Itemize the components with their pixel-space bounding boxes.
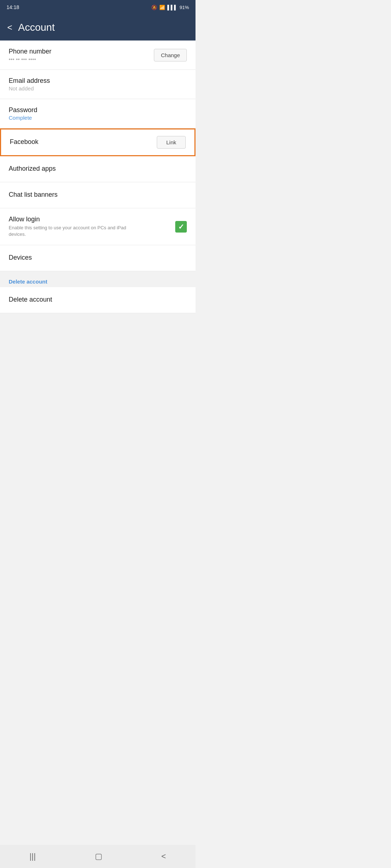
signal-icon: ▌▌▌ <box>167 5 177 10</box>
chat-list-banners-info: Chat list banners <box>9 191 187 199</box>
password-label: Password <box>9 106 187 114</box>
allow-login-description: Enable this setting to use your account … <box>9 225 139 238</box>
devices-row[interactable]: Devices <box>0 245 196 271</box>
email-address-row: Email address Not added <box>0 70 196 99</box>
allow-login-checkbox[interactable] <box>175 221 187 233</box>
facebook-label: Facebook <box>10 138 157 146</box>
mute-icon: 🔕 <box>151 5 157 10</box>
header: < Account <box>0 14 196 41</box>
delete-account-header-label: Delete account <box>9 278 47 285</box>
page-title: Account <box>18 22 55 33</box>
phone-number-row: Phone number ••• •• ••• •••• Change <box>0 41 196 70</box>
password-info: Password Complete <box>9 106 187 121</box>
delete-account-section-header: Delete account <box>0 271 196 287</box>
status-icons: 🔕 📶 ▌▌▌ 91% <box>151 5 189 10</box>
delete-account-row[interactable]: Delete account <box>0 287 196 313</box>
status-bar: 14:18 🔕 📶 ▌▌▌ 91% <box>0 0 196 14</box>
allow-login-row: Allow login Enable this setting to use y… <box>0 208 196 245</box>
email-address-info: Email address Not added <box>9 77 187 92</box>
wifi-icon: 📶 <box>159 5 165 10</box>
password-status: Complete <box>9 115 187 121</box>
authorized-apps-row[interactable]: Authorized apps <box>0 156 196 182</box>
allow-login-info: Allow login Enable this setting to use y… <box>9 216 175 238</box>
chat-list-banners-label: Chat list banners <box>9 191 187 199</box>
phone-number-label: Phone number <box>9 48 154 55</box>
password-row: Password Complete <box>0 99 196 128</box>
allow-login-label: Allow login <box>9 216 175 223</box>
facebook-info: Facebook <box>10 138 157 146</box>
battery-icon: 91% <box>180 5 189 10</box>
status-time: 14:18 <box>7 4 19 10</box>
phone-change-button[interactable]: Change <box>154 49 187 61</box>
email-address-subtext: Not added <box>9 85 187 92</box>
devices-info: Devices <box>9 254 187 262</box>
chat-list-banners-row[interactable]: Chat list banners <box>0 182 196 208</box>
account-settings-list: Phone number ••• •• ••• •••• Change Emai… <box>0 41 196 271</box>
phone-number-value: ••• •• ••• •••• <box>9 56 154 62</box>
delete-account-label: Delete account <box>9 296 52 303</box>
phone-number-info: Phone number ••• •• ••• •••• <box>9 48 154 62</box>
bottom-space <box>0 313 196 458</box>
back-button[interactable]: < <box>7 22 12 33</box>
devices-label: Devices <box>9 254 187 261</box>
facebook-row[interactable]: Facebook Link <box>0 128 196 156</box>
authorized-apps-label: Authorized apps <box>9 165 187 173</box>
email-address-label: Email address <box>9 77 187 85</box>
facebook-link-button[interactable]: Link <box>157 136 186 149</box>
authorized-apps-info: Authorized apps <box>9 165 187 173</box>
delete-account-section: Delete account <box>0 287 196 313</box>
